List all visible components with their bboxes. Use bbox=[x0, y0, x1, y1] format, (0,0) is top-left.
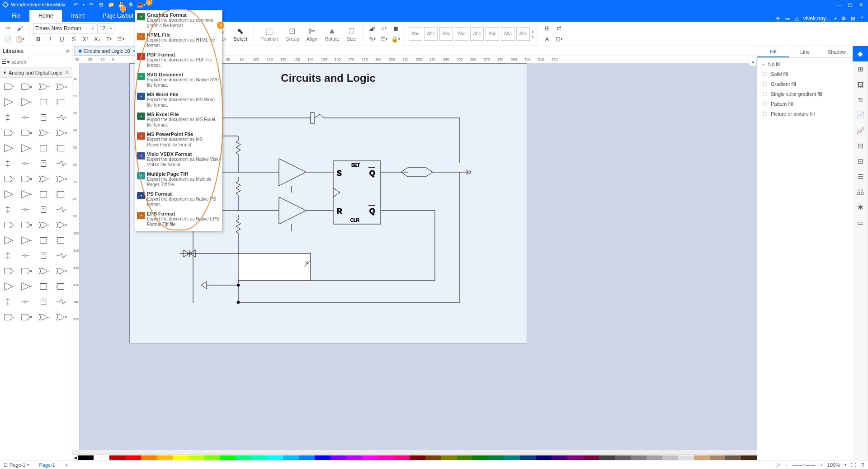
shape-item[interactable] bbox=[2, 295, 17, 309]
shape-item[interactable] bbox=[2, 110, 17, 125]
styles-up[interactable]: ▴ bbox=[532, 29, 534, 33]
close-button[interactable]: ✕ bbox=[855, 1, 866, 8]
shape-item[interactable] bbox=[54, 172, 69, 186]
export-item[interactable]: ▪Multiple Page TiffExport the document a… bbox=[135, 170, 222, 190]
shape-item[interactable] bbox=[19, 126, 34, 140]
shape-item[interactable] bbox=[37, 141, 52, 155]
page-tab[interactable]: Page-1 bbox=[35, 461, 58, 469]
apps-icon[interactable]: ⊞ bbox=[851, 15, 855, 22]
print-button[interactable]: 🖶 bbox=[127, 1, 135, 8]
shape-item[interactable] bbox=[54, 80, 69, 94]
rotate-button[interactable]: ▲Rotate bbox=[322, 25, 342, 42]
style-2[interactable]: Abc bbox=[424, 27, 438, 41]
zoom-in-button[interactable]: + bbox=[820, 462, 822, 468]
user-name[interactable]: vivek.nay... bbox=[803, 15, 830, 22]
shape-item[interactable] bbox=[2, 80, 17, 94]
opt-pattern-fill[interactable]: Pattern fill bbox=[763, 101, 847, 107]
shadow-button[interactable]: ◼ bbox=[390, 23, 401, 33]
tool-hierarchy-icon[interactable]: 品 bbox=[853, 184, 868, 200]
color-swatch[interactable] bbox=[251, 455, 267, 460]
tab-insert[interactable]: Insert bbox=[62, 10, 94, 22]
export-item[interactable]: ▪HTML FileExport the document as HTML fi… bbox=[135, 31, 222, 51]
close-category-icon[interactable]: ✕ bbox=[65, 70, 69, 75]
export-item[interactable]: ▪MS Word FileExport the document as MS W… bbox=[135, 91, 222, 111]
styles-more[interactable]: ▾ bbox=[532, 34, 534, 39]
org-chart-button[interactable]: ⊞ bbox=[542, 23, 552, 33]
text-tool-button[interactable]: T▾ bbox=[104, 34, 114, 44]
shape-item[interactable] bbox=[19, 202, 34, 217]
shape-item[interactable] bbox=[2, 126, 17, 140]
style-6[interactable]: Abc bbox=[486, 27, 499, 41]
color-swatch[interactable] bbox=[315, 455, 330, 460]
shape-item[interactable] bbox=[37, 80, 52, 94]
shape-item[interactable] bbox=[19, 172, 34, 186]
minimize-button[interactable]: — bbox=[834, 1, 844, 8]
collapse-ribbon-icon[interactable]: ⌃ bbox=[860, 15, 864, 22]
tab-file[interactable]: File bbox=[3, 10, 29, 22]
category-header[interactable]: ▼ Analog and Digital Logic ✕ bbox=[0, 68, 72, 78]
shape-outline-button[interactable]: ○▾ bbox=[378, 23, 389, 33]
tool-chart-icon[interactable]: 📈 bbox=[853, 123, 868, 138]
shape-item[interactable] bbox=[54, 310, 69, 324]
style-5[interactable]: Abc bbox=[470, 27, 484, 41]
page-nav[interactable]: ◻Page-1▾ bbox=[4, 462, 29, 468]
spacing-button[interactable]: ⇄ bbox=[553, 23, 564, 33]
shape-item[interactable] bbox=[37, 279, 52, 294]
color-swatch[interactable] bbox=[457, 455, 473, 460]
shape-item[interactable] bbox=[2, 141, 17, 155]
shape-item[interactable] bbox=[19, 310, 34, 324]
color-swatch[interactable] bbox=[725, 455, 741, 460]
search-input[interactable] bbox=[11, 59, 74, 65]
tool-grid-icon[interactable]: ⊞ bbox=[853, 61, 868, 77]
bell-icon[interactable]: △ bbox=[795, 15, 799, 22]
redo-button[interactable]: ↷ bbox=[87, 1, 95, 8]
shape-item[interactable] bbox=[2, 172, 17, 186]
shape-item[interactable] bbox=[2, 310, 17, 324]
select-button[interactable]: ⬉Select bbox=[231, 25, 250, 42]
shape-item[interactable] bbox=[2, 187, 17, 202]
color-swatch[interactable] bbox=[410, 455, 425, 460]
color-swatch[interactable] bbox=[394, 455, 410, 460]
color-swatch[interactable] bbox=[189, 455, 204, 460]
color-swatch[interactable] bbox=[583, 455, 599, 460]
tool-fill-icon[interactable]: ◆ bbox=[853, 46, 868, 61]
shape-item[interactable] bbox=[37, 187, 52, 202]
color-swatch[interactable] bbox=[299, 455, 315, 460]
shape-item[interactable] bbox=[54, 218, 69, 232]
style-7[interactable]: Abc bbox=[501, 27, 514, 41]
color-swatch[interactable] bbox=[125, 455, 141, 460]
shape-item[interactable] bbox=[19, 249, 34, 263]
color-swatch[interactable] bbox=[141, 455, 157, 460]
library-menu-icon[interactable]: ☰▾ bbox=[2, 59, 9, 65]
tool-dimensions-icon[interactable]: ⊡ bbox=[853, 154, 868, 169]
document-tab[interactable]: ◆ Circuits and Logic 10 ✕ bbox=[74, 46, 140, 56]
undo-dropdown[interactable]: ▾ bbox=[82, 1, 85, 8]
send-icon[interactable]: ✈ bbox=[776, 15, 780, 22]
shape-item[interactable] bbox=[54, 279, 69, 294]
fit-page-icon[interactable]: ⛶ bbox=[851, 462, 856, 468]
tool-page-icon[interactable]: 📄 bbox=[853, 108, 868, 123]
color-swatch[interactable] bbox=[441, 455, 457, 460]
position-button[interactable]: ⬚Position bbox=[258, 25, 281, 42]
shape-item[interactable] bbox=[19, 95, 34, 109]
export-item[interactable]: ▪Visio VSDX FormatExport the document as… bbox=[135, 150, 222, 170]
shape-item[interactable] bbox=[19, 156, 34, 171]
color-swatch[interactable] bbox=[710, 455, 726, 460]
format-painter-button[interactable]: 🖌 bbox=[14, 23, 25, 33]
fullscreen-icon[interactable]: ⊡ bbox=[860, 462, 864, 468]
shape-item[interactable] bbox=[37, 202, 52, 217]
shape-item[interactable] bbox=[37, 172, 52, 186]
shape-item[interactable] bbox=[37, 295, 52, 309]
shape-item[interactable] bbox=[19, 264, 34, 278]
collapse-panel-icon[interactable]: « bbox=[66, 48, 69, 54]
shape-item[interactable] bbox=[54, 141, 69, 155]
color-swatch[interactable] bbox=[520, 455, 536, 460]
font-settings-button[interactable]: A bbox=[542, 34, 552, 44]
bold-button[interactable]: B bbox=[33, 34, 44, 44]
superscript-button[interactable]: X² bbox=[80, 34, 91, 44]
shape-item[interactable] bbox=[2, 233, 17, 248]
color-swatch[interactable] bbox=[94, 455, 109, 460]
size-button[interactable]: □Size bbox=[344, 25, 359, 42]
italic-button[interactable]: I bbox=[45, 34, 56, 44]
tab-fill[interactable]: Fill bbox=[757, 46, 789, 57]
